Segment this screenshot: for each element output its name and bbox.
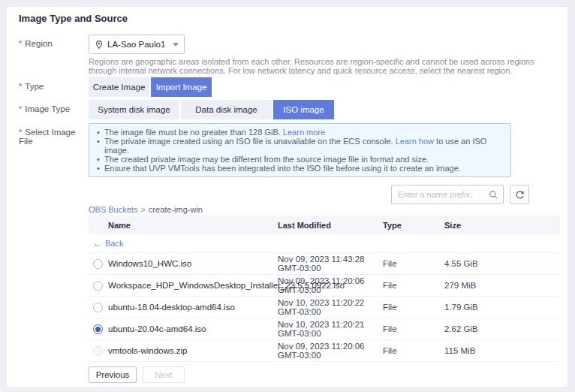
- iso-notes-box: The image file must be no greater than 1…: [89, 123, 511, 177]
- table-row[interactable]: Windows10_HWC.iso Nov 09, 2023 11:43:28 …: [89, 253, 560, 275]
- file-size: 2.62 GiB: [444, 324, 560, 333]
- image-type-button-group: System disk image Data disk image ISO im…: [89, 100, 558, 119]
- location-pin-icon: [95, 40, 104, 50]
- table-header-row: Name Last Modified Type Size: [89, 216, 560, 234]
- radio-button-checked[interactable]: [93, 324, 103, 334]
- breadcrumb: OBS Buckets>create-img-win: [89, 205, 560, 215]
- form-row-select-image-file: *Select Image File The image file must b…: [19, 123, 558, 387]
- name-prefix-search-input[interactable]: [391, 185, 504, 204]
- learn-more-link[interactable]: Learn more: [283, 128, 325, 137]
- region-value: LA-Sao Paulo1: [107, 40, 170, 49]
- select-image-file-label: *Select Image File: [19, 123, 89, 146]
- learn-how-link[interactable]: Learn how: [396, 137, 434, 146]
- header-last-modified: Last Modified: [278, 221, 383, 230]
- file-modified: Nov 09, 2023 11:20:06 GMT-03:00: [278, 342, 383, 360]
- note-item: The created private image may be differe…: [94, 155, 503, 164]
- back-link[interactable]: ← Back: [89, 234, 560, 253]
- note-item: The private image created using an ISO f…: [94, 137, 503, 155]
- file-name: ubuntu-18.04-desktop-amd64.iso: [108, 303, 278, 312]
- file-table: Name Last Modified Type Size ← Back Wind…: [89, 216, 560, 362]
- file-size: 4.55 GiB: [444, 259, 560, 268]
- table-row[interactable]: Workspace_HDP_WindowsDesktop_Installer_2…: [89, 275, 560, 297]
- import-image-button[interactable]: Import Image: [151, 77, 212, 97]
- create-image-button[interactable]: Create Image: [89, 77, 149, 97]
- file-size: 279 MiB: [444, 281, 560, 290]
- file-modified: Nov 09, 2023 11:43:28 GMT-03:00: [278, 255, 383, 273]
- required-asterisk: *: [19, 39, 22, 48]
- file-modified: Nov 10, 2023 11:20:22 GMT-03:00: [278, 298, 383, 316]
- page-title: Image Type and Source: [19, 13, 558, 25]
- file-size: 1.79 GiB: [444, 303, 560, 312]
- search-icon[interactable]: [489, 189, 498, 203]
- type-label: *Type: [19, 77, 89, 91]
- file-size: 115 MiB: [444, 346, 560, 355]
- header-name: Name: [108, 221, 278, 230]
- file-modified: Nov 10, 2023 11:20:21 GMT-03:00: [278, 320, 383, 338]
- breadcrumb-obs-buckets-link[interactable]: OBS Buckets: [89, 205, 137, 214]
- table-row-selected[interactable]: ubuntu-20.04c-amd64.iso Nov 10, 2023 11:…: [89, 318, 560, 340]
- region-select[interactable]: LA-Sao Paulo1: [89, 35, 185, 54]
- radio-button-disabled: [93, 346, 103, 356]
- image-type-label: *Image Type: [19, 100, 89, 113]
- radio-button[interactable]: [93, 281, 103, 291]
- file-name: vmtools-windows.zip: [108, 346, 278, 355]
- table-row[interactable]: ubuntu-18.04-desktop-amd64.iso Nov 10, 2…: [89, 297, 560, 318]
- back-arrow-icon: ←: [93, 239, 102, 248]
- refresh-icon: [515, 190, 525, 200]
- chevron-down-icon: [173, 43, 179, 47]
- note-item: Ensure that UVP VMTools has been integra…: [94, 164, 503, 173]
- image-type-and-source-card: Image Type and Source *Region LA-Sao Pau…: [6, 6, 568, 387]
- file-type: File: [383, 346, 444, 355]
- pagination: Previous Next: [89, 366, 560, 383]
- file-type: File: [383, 281, 444, 290]
- radio-button[interactable]: [93, 303, 103, 312]
- data-disk-image-button[interactable]: Data disk image: [181, 100, 272, 119]
- system-disk-image-button[interactable]: System disk image: [89, 100, 179, 119]
- table-row-disabled[interactable]: vmtools-windows.zip Nov 09, 2023 11:20:0…: [89, 340, 560, 362]
- file-modified: Nov 09, 2023 11:20:06 GMT-03:00: [278, 276, 383, 294]
- required-asterisk: *: [19, 82, 22, 91]
- file-type: File: [383, 259, 444, 268]
- file-type: File: [383, 324, 444, 333]
- header-type: Type: [383, 221, 444, 230]
- required-asterisk: *: [19, 128, 22, 137]
- previous-button[interactable]: Previous: [89, 366, 137, 383]
- required-asterisk: *: [19, 104, 22, 113]
- next-button-disabled[interactable]: Next: [143, 366, 185, 383]
- file-name: Workspace_HDP_WindowsDesktop_Installer_2…: [108, 281, 278, 290]
- header-size: Size: [444, 221, 560, 230]
- refresh-button[interactable]: [510, 185, 529, 204]
- breadcrumb-current-bucket: create-img-win: [149, 205, 203, 214]
- file-type: File: [383, 303, 444, 312]
- file-name: Windows10_HWC.iso: [108, 259, 278, 268]
- search-toolbar: [89, 185, 529, 204]
- radio-button[interactable]: [93, 259, 103, 269]
- form-row-image-type: *Image Type System disk image Data disk …: [19, 100, 558, 119]
- note-item: The image file must be no greater than 1…: [94, 128, 503, 137]
- form-row-type: *Type Create Image Import Image: [19, 77, 558, 97]
- type-button-group: Create Image Import Image: [89, 77, 558, 97]
- region-description: Regions are geographic areas isolated fr…: [89, 57, 558, 75]
- form-row-region: *Region LA-Sao Paulo1 Regions are geogra…: [19, 35, 558, 75]
- file-name: ubuntu-20.04c-amd64.iso: [108, 324, 278, 333]
- iso-image-button[interactable]: ISO image: [273, 100, 334, 119]
- region-label: *Region: [19, 35, 89, 48]
